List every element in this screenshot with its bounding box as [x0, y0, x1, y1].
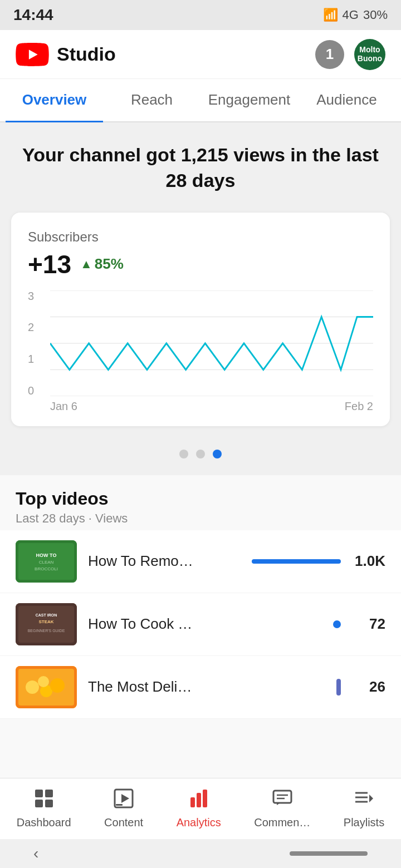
video-thumb-1: HOW TO CLEAN BROCCOLI [16, 540, 77, 583]
subscribers-chart: 3 2 1 0 Jan 6 Feb 2 [28, 290, 373, 413]
video-list: HOW TO CLEAN BROCCOLI How To Remo… 1.0K … [0, 530, 401, 719]
video-item-3[interactable]: The Most Deli… 26 [0, 656, 401, 719]
dot-1[interactable] [179, 450, 188, 458]
subscribers-card: Subscribers +13 ▲ 85% 3 2 1 0 [11, 213, 390, 426]
status-bar: 14:44 📶 4G 30% [0, 0, 401, 30]
svg-rect-11 [18, 606, 74, 643]
svg-text:CAST IRON: CAST IRON [36, 613, 57, 617]
video-thumb-3 [16, 666, 77, 708]
video-count-2: 72 [352, 615, 385, 633]
tabs-bar: Overview Reach Engagement Audience [0, 79, 401, 122]
svg-marker-26 [121, 794, 129, 803]
y-label-0: 0 [28, 385, 34, 396]
app-header: Studio 1 MoltoBuono [0, 30, 401, 79]
svg-rect-27 [116, 804, 123, 806]
bar-1 [252, 559, 341, 564]
comments-icon [272, 788, 292, 813]
svg-point-20 [38, 676, 49, 687]
content-icon [114, 788, 134, 813]
video-bar-3 [336, 679, 341, 696]
top-videos-header: Top videos Last 28 days · Views [0, 475, 401, 530]
svg-marker-34 [277, 803, 280, 805]
video-bar-2 [333, 620, 341, 628]
nav-comments-label: Commen… [254, 816, 310, 829]
svg-text:CLEAN: CLEAN [39, 560, 54, 565]
dot-3[interactable] [213, 450, 222, 458]
arrow-up-icon: ▲ [80, 257, 92, 272]
nav-dashboard-label: Dashboard [17, 816, 71, 829]
bottom-nav: Dashboard Content Analytics [0, 778, 401, 839]
dot-bar-3 [336, 679, 341, 696]
video-item-1[interactable]: HOW TO CLEAN BROCCOLI How To Remo… 1.0K [0, 530, 401, 593]
carousel-dots [0, 440, 401, 475]
avatar[interactable]: MoltoBuono [354, 39, 385, 70]
y-label-2: 2 [28, 322, 34, 333]
nav-comments[interactable]: Commen… [254, 788, 310, 829]
chart-svg-wrapper [50, 290, 373, 396]
analytics-icon [189, 788, 209, 813]
dot-bar-2 [333, 620, 341, 628]
tab-reach[interactable]: Reach [103, 79, 200, 122]
gesture-pill [290, 851, 368, 856]
status-icons: 📶 4G 30% [323, 8, 388, 22]
nav-dashboard[interactable]: Dashboard [17, 788, 71, 829]
nav-content[interactable]: Content [104, 788, 143, 829]
svg-rect-22 [45, 790, 53, 797]
hero-section: Your channel got 1,215 views in the last… [0, 122, 401, 207]
svg-rect-21 [35, 790, 43, 797]
svg-rect-30 [203, 790, 207, 807]
tab-engagement[interactable]: Engagement [200, 79, 298, 122]
svg-text:BEGINNER'S GUIDE: BEGINNER'S GUIDE [28, 629, 65, 633]
video-bar-1 [252, 559, 341, 564]
video-title-2: How To Cook … [88, 615, 322, 633]
svg-rect-28 [190, 797, 195, 807]
playlists-icon [354, 788, 374, 813]
card-stat: +13 ▲ 85% [28, 249, 373, 279]
status-time: 14:44 [13, 6, 53, 24]
x-label-start: Jan 6 [50, 400, 77, 413]
video-thumb-2: CAST IRON STEAK BEGINNER'S GUIDE [16, 603, 77, 645]
network-label: 4G [343, 8, 359, 22]
notification-badge[interactable]: 1 [315, 40, 344, 69]
signal-icon: 📶 [323, 8, 338, 22]
x-label-end: Feb 2 [345, 400, 373, 413]
dashboard-icon [34, 788, 54, 813]
svg-text:BROCCOLI: BROCCOLI [35, 566, 58, 571]
tab-audience[interactable]: Audience [298, 79, 395, 122]
y-label-3: 3 [28, 290, 34, 302]
video-title-3: The Most Deli… [88, 678, 325, 696]
svg-rect-24 [45, 800, 53, 807]
nav-analytics[interactable]: Analytics [177, 788, 221, 829]
y-label-1: 1 [28, 353, 34, 364]
gesture-bar: ‹ [0, 839, 401, 868]
svg-rect-29 [197, 793, 201, 807]
subscribers-label: Subscribers [28, 229, 373, 245]
tab-overview[interactable]: Overview [6, 79, 103, 122]
svg-text:STEAK: STEAK [38, 619, 53, 624]
card-container: Subscribers +13 ▲ 85% 3 2 1 0 [0, 207, 401, 440]
hero-title: Your channel got 1,215 views in the last… [17, 142, 384, 194]
svg-point-19 [50, 678, 65, 693]
chart-x-labels: Jan 6 Feb 2 [50, 400, 373, 413]
video-count-1: 1.0K [352, 553, 385, 570]
back-arrow-icon[interactable]: ‹ [33, 845, 38, 862]
youtube-logo-icon [16, 43, 49, 66]
dot-2[interactable] [196, 450, 205, 458]
svg-rect-31 [273, 791, 291, 803]
nav-content-label: Content [104, 816, 143, 829]
video-title-1: How To Remo… [88, 553, 241, 570]
nav-playlists[interactable]: Playlists [344, 788, 384, 829]
section-title: Top videos [16, 489, 385, 509]
svg-marker-38 [369, 795, 373, 802]
subscribers-percent: ▲ 85% [80, 255, 124, 273]
video-count-3: 26 [352, 678, 385, 696]
header-right: 1 MoltoBuono [315, 39, 385, 70]
video-item-2[interactable]: CAST IRON STEAK BEGINNER'S GUIDE How To … [0, 593, 401, 656]
battery-label: 30% [363, 8, 388, 22]
nav-playlists-label: Playlists [344, 816, 384, 829]
svg-text:HOW TO: HOW TO [36, 553, 57, 558]
nav-analytics-label: Analytics [177, 816, 221, 829]
logo-area: Studio [16, 43, 116, 66]
svg-point-17 [26, 680, 39, 694]
chart-y-labels: 3 2 1 0 [28, 290, 34, 413]
